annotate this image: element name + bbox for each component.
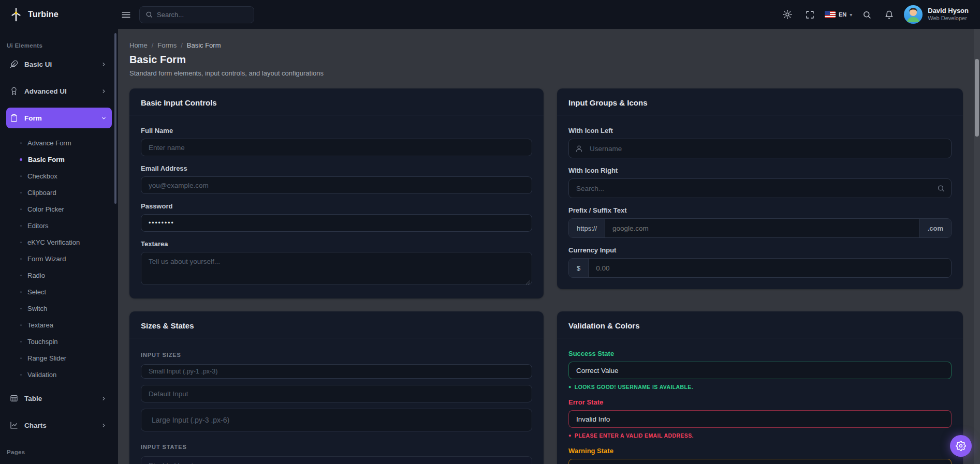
submenu-item-range-slider[interactable]: Range Slider xyxy=(0,350,118,366)
chevron-right-icon xyxy=(101,423,107,428)
submenu-label: Touchspin xyxy=(27,338,58,346)
fullscreen-icon xyxy=(806,10,814,19)
brand[interactable]: Turbine xyxy=(0,0,118,29)
small-input[interactable] xyxy=(141,364,532,379)
submenu-item-color-picker[interactable]: Color Picker xyxy=(0,201,118,217)
submenu-label: Form Wizard xyxy=(27,255,66,263)
card-title: Basic Input Controls xyxy=(129,88,544,115)
gear-icon xyxy=(956,441,966,451)
bullet-icon xyxy=(20,225,22,227)
default-input[interactable] xyxy=(141,385,532,402)
user-name: David Hyson xyxy=(928,7,969,15)
page-scrollbar-thumb[interactable] xyxy=(975,59,979,137)
sidebar-item-form[interactable]: Form xyxy=(6,108,112,128)
submenu-item-clipboard[interactable]: Clipboard xyxy=(0,184,118,201)
submenu-item-form-wizard[interactable]: Form Wizard xyxy=(0,250,118,267)
breadcrumb-home[interactable]: Home xyxy=(129,41,148,49)
sidebar-item-label: Form xyxy=(24,114,95,122)
sidebar-toggle-button[interactable] xyxy=(118,7,134,23)
icon-left-label: With Icon Left xyxy=(568,127,952,134)
currency-prefix: $ xyxy=(569,259,589,277)
submenu-item-textarea[interactable]: Textarea xyxy=(0,317,118,333)
submenu-item-editors[interactable]: Editors xyxy=(0,217,118,234)
textarea-label: Textarea xyxy=(141,240,532,248)
url-suffix: .com xyxy=(919,219,951,237)
us-flag-icon xyxy=(825,11,836,18)
search-field-input[interactable] xyxy=(568,178,952,198)
sidebar-item-auth-and-error[interactable]: Auth and Error xyxy=(6,460,112,464)
submenu-item-select[interactable]: Select xyxy=(0,283,118,300)
submenu-item-validation[interactable]: Validation xyxy=(0,366,118,383)
password-input[interactable] xyxy=(141,214,532,232)
bell-icon xyxy=(885,10,894,19)
breadcrumb-separator: / xyxy=(152,41,154,49)
about-textarea[interactable] xyxy=(141,252,532,285)
sidebar-scrollbar-thumb[interactable] xyxy=(114,33,116,204)
submenu-label: Range Slider xyxy=(27,354,66,362)
success-input[interactable] xyxy=(568,362,952,379)
email-input[interactable] xyxy=(141,176,532,194)
main-content: Home / Forms / Basic Form Basic Form Sta… xyxy=(118,29,980,464)
language-selector[interactable]: EN ▾ xyxy=(825,11,852,18)
app-header: Turbine xyxy=(0,0,980,29)
breadcrumb-forms[interactable]: Forms xyxy=(157,41,177,49)
breadcrumb-current: Basic Form xyxy=(187,41,221,49)
sidebar-item-label: Charts xyxy=(24,422,95,429)
full-name-input[interactable] xyxy=(141,139,532,156)
form-submenu: Advance Form Basic Form Checkbox Clipboa… xyxy=(0,134,118,383)
theme-toggle-button[interactable] xyxy=(780,7,795,22)
url-input[interactable] xyxy=(605,219,919,237)
search-icon xyxy=(862,10,871,19)
large-input[interactable] xyxy=(141,409,532,431)
notifications-button[interactable] xyxy=(882,7,897,22)
icon-right-label: With Icon Right xyxy=(568,167,952,174)
page-scrollbar-track[interactable] xyxy=(974,29,980,464)
badge-icon xyxy=(10,87,18,95)
currency-label: Currency Input xyxy=(568,246,952,254)
clipboard-icon xyxy=(10,114,18,122)
submenu-label: eKYC Verification xyxy=(27,238,80,246)
fullscreen-button[interactable] xyxy=(802,7,817,22)
sidebar-item-advanced-ui[interactable]: Advanced UI xyxy=(6,81,112,101)
bullet-icon xyxy=(20,324,22,326)
bullet-icon xyxy=(20,208,22,210)
bullet-icon xyxy=(20,374,22,376)
username-input[interactable] xyxy=(568,139,952,158)
currency-input[interactable] xyxy=(589,259,951,277)
submenu-item-ekyc-verification[interactable]: eKYC Verification xyxy=(0,234,118,250)
breadcrumb-separator: / xyxy=(181,41,183,49)
header-search-button[interactable] xyxy=(859,7,874,22)
success-helper: ● LOOKS GOOD! USERNAME IS AVAILABLE. xyxy=(568,384,952,390)
language-code: EN xyxy=(839,11,846,18)
sun-icon xyxy=(783,10,792,19)
email-label: Email Address xyxy=(141,164,532,172)
submenu-item-radio[interactable]: Radio xyxy=(0,267,118,283)
search-icon xyxy=(145,11,153,18)
submenu-label: Editors xyxy=(27,222,48,230)
submenu-label: Checkbox xyxy=(27,172,57,180)
hamburger-icon xyxy=(121,10,131,20)
submenu-item-checkbox[interactable]: Checkbox xyxy=(0,168,118,184)
submenu-item-basic-form[interactable]: Basic Form xyxy=(0,151,118,168)
sidebar-item-table[interactable]: Table xyxy=(6,388,112,409)
sidebar-item-basic-ui[interactable]: Basic Ui xyxy=(6,54,112,74)
sidebar-item-charts[interactable]: Charts xyxy=(6,415,112,436)
submenu-item-touchspin[interactable]: Touchspin xyxy=(0,333,118,350)
input-sizes-heading: INPUT SIZES xyxy=(141,352,532,358)
submenu-item-switch[interactable]: Switch xyxy=(0,300,118,317)
chart-line-icon xyxy=(10,421,18,429)
error-helper: ● PLEASE ENTER A VALID EMAIL ADDRESS. xyxy=(568,432,952,439)
user-profile[interactable]: David Hyson Web Developer xyxy=(904,5,969,24)
warning-input[interactable] xyxy=(568,459,952,464)
submenu-item-advance-form[interactable]: Advance Form xyxy=(0,134,118,151)
success-state-label: Success State xyxy=(568,350,952,357)
bullet-icon xyxy=(20,341,22,342)
search-input[interactable] xyxy=(157,11,248,19)
feather-icon xyxy=(10,60,18,68)
error-input[interactable] xyxy=(568,410,952,428)
success-dot-icon: ● xyxy=(568,384,572,390)
submenu-label: Basic Form xyxy=(28,156,65,163)
settings-fab-button[interactable] xyxy=(950,435,972,457)
bullet-icon xyxy=(20,291,22,293)
page-title: Basic Form xyxy=(129,54,980,66)
